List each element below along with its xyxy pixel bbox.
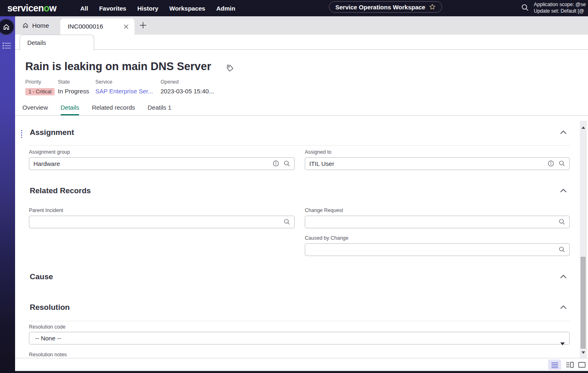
assigned-to-field [305,157,570,170]
resolution-code-value: -- None -- [35,335,61,342]
parent-incident-label: Parent Incident [29,207,63,213]
full-view-button[interactable] [577,361,586,369]
top-header: servicenow All Favorites History Workspa… [0,0,588,16]
opened-label: Opened [161,79,214,85]
split-view-icon [566,362,574,368]
servicenow-logo[interactable]: servicenow [7,3,56,14]
lookup-search-icon[interactable] [559,219,565,225]
tab-deatils-1[interactable]: Deatils 1 [148,102,171,115]
list-view-button[interactable] [548,360,561,370]
assignment-group-label: Assignment group [29,149,70,155]
application-scope: Application scope: @se Update set: Defau… [534,2,586,14]
section-assignment-title: Assignment [30,128,74,137]
nav-workspaces[interactable]: Workspaces [170,5,205,12]
tab-overview[interactable]: Overview [22,102,48,115]
info-icon[interactable] [273,160,279,167]
workspace-switcher-label: Service Operations Workspace [335,4,425,11]
view-mode-bar [15,358,588,371]
assigned-to-input[interactable] [305,157,570,170]
resolution-code-label: Resolution code [29,324,66,330]
chevron-down-icon [560,337,565,349]
change-request-label: Change Request [305,207,343,213]
full-view-icon [578,362,586,368]
menu-list-icon[interactable] [2,42,12,51]
list-view-icon [551,362,558,368]
lookup-search-icon[interactable] [559,246,565,253]
assignment-group-field [29,157,295,170]
vertical-scrollbar[interactable] [580,121,587,358]
caused-by-change-label: Caused by Change [305,235,348,241]
workspace-tab-strip: Home INC0000016 [15,16,588,35]
opened-value: 2023-03-05 15:40... [161,88,214,95]
bottom-edge-strip [0,371,588,373]
scrollbar-thumb[interactable] [581,257,586,349]
resolution-code-select[interactable]: -- None -- [29,332,570,344]
section-cause-title: Cause [30,272,53,281]
state-label: State [58,79,89,85]
logo-text: servicen [7,3,44,13]
application-scope-line: Application scope: @se [534,2,586,8]
tab-related-records[interactable]: Related records [92,102,135,115]
state-value: In Progress [58,88,89,95]
section-drag-handle[interactable] [20,130,23,140]
tab-record-inc0000016[interactable]: INC0000016 [60,18,134,35]
nav-all[interactable]: All [80,5,88,12]
collapse-cause-icon[interactable] [560,274,567,280]
record-tab-label: INC0000016 [68,23,123,30]
home-tab-label: Home [32,22,49,29]
nav-history[interactable]: History [137,5,159,12]
resolution-divider [29,321,570,321]
close-tab-icon[interactable] [123,24,129,29]
section-related-records-title: Related Records [30,186,91,195]
tag-icon[interactable] [226,64,234,74]
meta-state: State In Progress [58,79,89,95]
logo-green-letter: o [44,3,49,13]
workspace-switcher-pill[interactable]: Service Operations Workspace [329,1,442,13]
tab-details[interactable]: Details [61,102,79,115]
caused-by-change-input[interactable] [305,243,570,256]
assignment-group-input[interactable] [29,157,295,170]
change-request-input[interactable] [305,216,570,228]
meta-service: Service SAP Enterprise Ser... [95,79,153,95]
collapse-assignment-icon[interactable] [560,130,567,136]
assigned-to-label: Assigned to [305,149,331,155]
search-icon[interactable] [521,4,529,13]
home-tab-icon [22,22,29,29]
subtab-details-label: Details [27,39,46,46]
collapse-resolution-icon[interactable] [560,305,567,311]
home-button[interactable] [0,19,14,35]
scroll-up-icon[interactable] [581,123,585,130]
nav-favorites[interactable]: Favorites [99,5,126,12]
collapse-related-records-icon[interactable] [560,188,567,194]
caused-by-change-field [305,243,570,256]
new-tab-plus-icon[interactable] [139,21,148,31]
record-tabs: Overview Details Related records Deatils… [22,102,172,115]
tab-home[interactable]: Home [22,16,49,35]
page-title: Rain is leaking on main DNS Server [25,60,211,73]
resolution-notes-label: Resolution notes [29,352,67,358]
lookup-search-icon[interactable] [559,160,565,167]
home-icon [3,24,10,31]
priority-badge: 1 - Critical [25,88,55,95]
lookup-search-icon[interactable] [284,160,290,167]
update-set-line: Update set: Default [@ [534,8,586,15]
record-subtab-row: Details [15,35,588,50]
lookup-search-icon[interactable] [284,219,290,225]
top-nav: All Favorites History Workspaces Admin [80,0,235,16]
logo-text-end: w [49,3,56,13]
split-view-button[interactable] [565,361,574,369]
scroll-down-icon[interactable] [581,348,585,355]
assignment-divider [29,145,570,146]
subtab-details[interactable]: Details [20,35,94,50]
service-operations-workspace: servicenow All Favorites History Workspa… [0,0,588,373]
parent-incident-input[interactable] [29,216,295,228]
meta-priority: Priority 1 - Critical [25,79,55,95]
nav-admin[interactable]: Admin [216,5,236,12]
record-header: Rain is leaking on main DNS Server Prior… [15,50,588,116]
change-request-field [305,216,570,228]
service-label: Service [95,79,153,85]
service-link[interactable]: SAP Enterprise Ser... [95,88,153,95]
star-icon[interactable] [429,4,436,10]
info-icon[interactable] [548,160,554,167]
section-resolution-title: Resolution [30,303,70,312]
